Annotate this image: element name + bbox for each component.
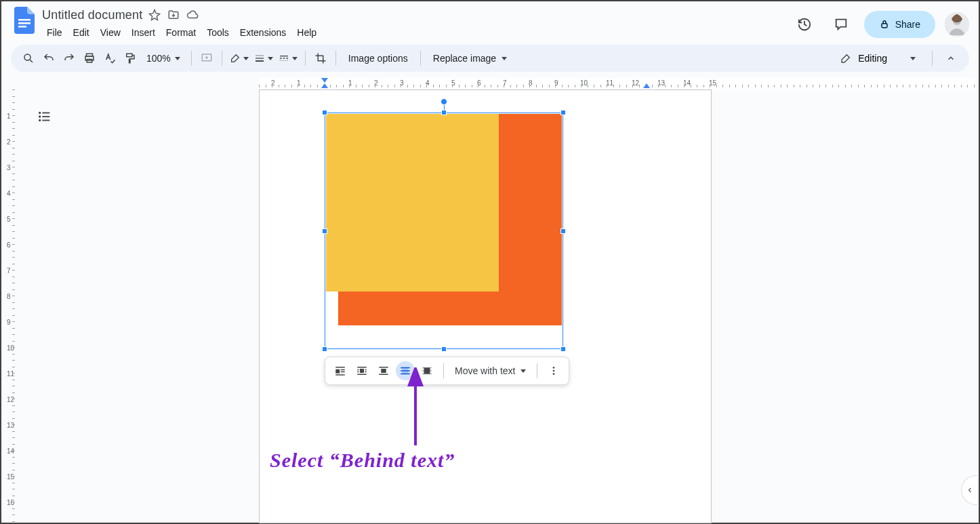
ruler-tick: 3 — [7, 164, 11, 172]
undo-icon[interactable] — [39, 49, 58, 68]
cloud-status-icon[interactable] — [186, 8, 199, 22]
ruler-tick: 4 — [7, 190, 11, 197]
svg-rect-31 — [357, 369, 359, 371]
replace-image-button[interactable]: Replace image — [426, 49, 514, 68]
editing-mode-button[interactable]: Editing — [832, 48, 924, 68]
menu-help[interactable]: Help — [292, 24, 321, 41]
indent-left-marker[interactable] — [321, 83, 328, 88]
ruler-tick: 11 — [7, 370, 14, 378]
resize-handle-nw[interactable] — [322, 110, 327, 115]
share-button[interactable]: Share — [864, 11, 935, 38]
side-panel-toggle-icon[interactable] — [961, 475, 977, 505]
svg-rect-42 — [401, 374, 410, 375]
document-outline-icon[interactable] — [33, 104, 57, 129]
spellcheck-icon[interactable] — [100, 49, 119, 68]
svg-rect-33 — [357, 371, 359, 373]
more-options-icon[interactable] — [544, 361, 563, 380]
redo-icon[interactable] — [60, 49, 79, 68]
move-with-text-label: Move with text — [455, 365, 515, 376]
add-comment-icon[interactable] — [197, 49, 216, 68]
ruler-tick: 7 — [7, 267, 11, 275]
separator — [537, 363, 537, 378]
separator — [305, 51, 306, 66]
history-icon[interactable] — [791, 11, 818, 38]
svg-rect-19 — [42, 113, 49, 114]
ruler-tick: 12 — [7, 396, 14, 403]
svg-rect-41 — [401, 370, 410, 371]
paint-format-icon[interactable] — [121, 49, 140, 68]
zoom-select[interactable]: 100% — [141, 49, 186, 68]
in-front-of-text-icon[interactable] — [417, 361, 436, 380]
ruler-tick: 15 — [7, 473, 14, 481]
chevron-down-icon — [502, 57, 507, 60]
zoom-value: 100% — [146, 53, 171, 64]
svg-rect-40 — [401, 367, 410, 369]
border-weight-icon[interactable] — [252, 49, 275, 68]
svg-rect-10 — [127, 54, 132, 57]
svg-rect-0 — [18, 19, 30, 21]
print-icon[interactable] — [80, 49, 99, 68]
resize-handle-s[interactable] — [441, 346, 447, 352]
menu-view[interactable]: View — [96, 24, 125, 41]
separator — [335, 51, 336, 66]
svg-rect-36 — [379, 367, 388, 368]
menu-extensions[interactable]: Extensions — [235, 24, 291, 41]
border-dash-icon[interactable] — [277, 49, 300, 68]
ruler-tick: 8 — [7, 293, 11, 300]
crop-icon[interactable] — [311, 49, 330, 68]
menu-file[interactable]: File — [42, 24, 67, 41]
image-selection-box[interactable] — [325, 113, 563, 349]
resize-handle-se[interactable] — [560, 346, 566, 352]
menu-tools[interactable]: Tools — [202, 24, 234, 41]
svg-point-22 — [39, 119, 41, 121]
ruler-tick: 14 — [7, 447, 14, 455]
menu-edit[interactable]: Edit — [68, 24, 94, 41]
behind-text-icon[interactable] — [396, 361, 415, 380]
svg-rect-46 — [424, 368, 430, 374]
svg-point-20 — [39, 115, 41, 117]
svg-rect-28 — [335, 374, 345, 376]
document-page[interactable]: Move with text — [259, 89, 712, 523]
break-text-icon[interactable] — [374, 361, 393, 380]
resize-handle-ne[interactable] — [560, 110, 566, 115]
ruler-tick: 9 — [7, 319, 11, 326]
image-options-button[interactable]: Image options — [342, 49, 415, 68]
resize-handle-e[interactable] — [560, 228, 566, 234]
wrap-inline-icon[interactable] — [331, 361, 350, 380]
svg-point-18 — [39, 112, 41, 114]
border-color-icon[interactable] — [228, 49, 251, 68]
indent-first-line-marker[interactable] — [321, 78, 328, 83]
resize-handle-n[interactable] — [441, 110, 447, 115]
vertical-ruler[interactable]: 12345678910111213141516 — [5, 89, 16, 520]
docs-logo-icon[interactable] — [11, 7, 38, 34]
svg-rect-1 — [18, 22, 30, 24]
search-icon[interactable] — [19, 49, 38, 68]
ruler-tick: 10 — [7, 344, 14, 352]
move-with-text-select[interactable]: Move with text — [451, 361, 530, 381]
move-to-folder-icon[interactable] — [167, 8, 180, 22]
star-icon[interactable] — [148, 8, 161, 22]
share-label: Share — [895, 19, 920, 30]
svg-point-47 — [553, 367, 555, 369]
ruler-tick: 1 — [7, 113, 11, 120]
document-title[interactable]: Untitled document — [42, 8, 142, 22]
resize-handle-w[interactable] — [322, 228, 327, 234]
replace-image-label: Replace image — [433, 53, 496, 64]
menu-format[interactable]: Format — [161, 24, 201, 41]
indent-right-marker[interactable] — [643, 83, 650, 88]
svg-rect-37 — [381, 369, 386, 373]
comments-icon[interactable] — [828, 11, 855, 38]
ruler-tick: 16 — [7, 499, 14, 506]
svg-rect-26 — [341, 369, 345, 371]
menu-insert[interactable]: Insert — [127, 24, 160, 41]
svg-rect-2 — [18, 26, 26, 28]
svg-rect-32 — [365, 369, 367, 371]
resize-handle-sw[interactable] — [322, 346, 327, 352]
rotate-handle[interactable] — [441, 98, 447, 105]
account-avatar[interactable] — [945, 12, 969, 37]
image-layout-toolbar: Move with text — [325, 357, 569, 385]
separator — [222, 51, 222, 66]
horizontal-ruler[interactable]: 21123456789101112131415 — [259, 78, 975, 89]
wrap-text-icon[interactable] — [352, 361, 371, 380]
collapse-toolbar-icon[interactable] — [941, 48, 961, 68]
